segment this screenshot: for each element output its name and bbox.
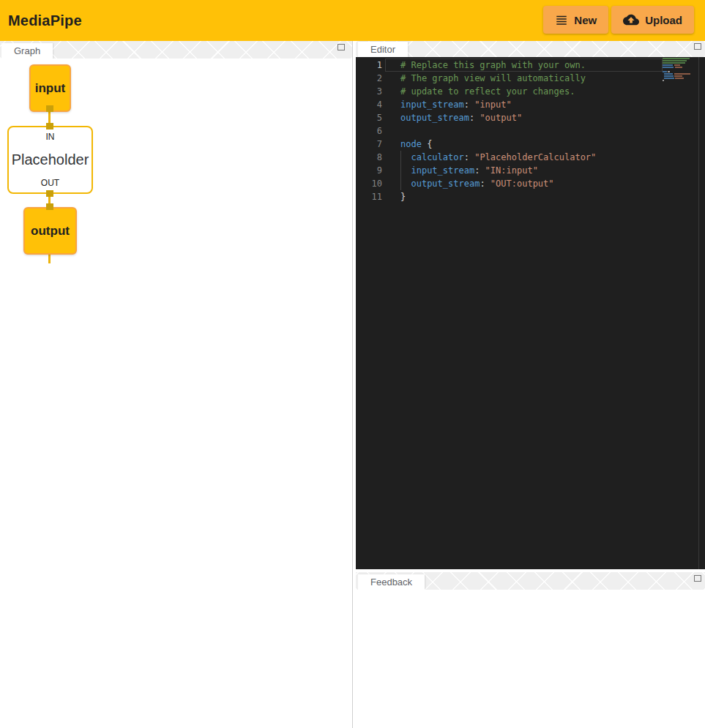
- code-line[interactable]: 4input_stream: "input": [356, 98, 705, 111]
- minimap-mark: [664, 78, 674, 79]
- code-line[interactable]: 5output_stream: "output": [356, 111, 705, 124]
- mediapipe-visualizer-app: MediaPipe New Upload Graph input: [0, 0, 705, 728]
- minimap-mark: [663, 80, 664, 81]
- minimap-mark: [674, 73, 690, 75]
- line-content: output_stream: "OUT:output": [400, 177, 554, 190]
- minimap-mark: [663, 71, 667, 72]
- line-number: 9: [356, 164, 382, 177]
- line-content: # update to reflect your changes.: [400, 85, 575, 98]
- code-line[interactable]: 2# The graph view will automatically: [356, 72, 705, 85]
- minimap-mark: [674, 75, 682, 77]
- port-placeholder-in[interactable]: [46, 123, 53, 130]
- editor-tabbar: Editor: [356, 41, 705, 57]
- code-line[interactable]: 11}: [356, 190, 705, 203]
- line-number: 4: [356, 98, 382, 111]
- line-number: 1: [356, 59, 382, 72]
- line-number: 8: [356, 151, 382, 164]
- output-node-label: output: [31, 224, 70, 239]
- line-content: input_stream: "IN:input": [400, 164, 538, 177]
- line-number: 2: [356, 72, 382, 85]
- graph-node-output[interactable]: output: [23, 207, 77, 255]
- code-line[interactable]: 6: [356, 124, 705, 138]
- minimap-mark: [674, 64, 680, 66]
- minimap-mark: [664, 75, 674, 77]
- code-editor[interactable]: 1# Replace this graph with your own.2# T…: [356, 57, 705, 569]
- app-title: MediaPipe: [8, 12, 82, 29]
- minimap-mark: [663, 64, 673, 66]
- tab-graph[interactable]: Graph: [1, 43, 53, 59]
- line-number: 7: [356, 138, 382, 151]
- code-line[interactable]: 9 input_stream: "IN:input": [356, 164, 705, 177]
- graph-tabbar: Graph: [0, 41, 352, 59]
- code-line[interactable]: 3# update to reflect your changes.: [356, 85, 705, 98]
- new-button-label: New: [574, 14, 597, 26]
- upload-button-label: Upload: [645, 14, 682, 26]
- minimap-mark: [664, 73, 673, 75]
- feedback-maximize-icon[interactable]: [694, 575, 701, 582]
- tab-feedback[interactable]: Feedback: [358, 574, 425, 590]
- line-content: calculator: "PlaceholderCalculator": [400, 151, 596, 164]
- minimap-mark: [675, 67, 682, 68]
- minimap-mark: [663, 62, 685, 64]
- line-content: }: [400, 190, 406, 203]
- line-content: node {: [400, 138, 432, 151]
- input-node-label: input: [35, 81, 66, 96]
- graph-maximize-icon[interactable]: [337, 44, 345, 50]
- graph-node-placeholder[interactable]: IN Placeholder OUT: [7, 126, 93, 194]
- editor-minimap[interactable]: [663, 58, 695, 138]
- code-line[interactable]: 7node {: [356, 138, 705, 151]
- port-output-in[interactable]: [46, 203, 53, 210]
- line-number: 6: [356, 124, 382, 138]
- header-buttons: New Upload: [543, 6, 694, 34]
- line-content: # The graph view will automatically: [400, 72, 586, 85]
- minimap-mark: [663, 60, 687, 61]
- line-number: 5: [356, 111, 382, 124]
- code-line[interactable]: 8 calculator: "PlaceholderCalculator": [356, 151, 705, 164]
- editor-scrollbar-divider: [698, 57, 699, 569]
- new-button[interactable]: New: [543, 6, 608, 34]
- feedback-tabbar: Feedback: [356, 572, 705, 590]
- tab-editor[interactable]: Editor: [358, 42, 408, 57]
- port-input-out[interactable]: [46, 105, 53, 112]
- minimap-mark: [675, 78, 684, 79]
- upload-button[interactable]: Upload: [611, 6, 694, 34]
- calculator-node-label: Placeholder: [12, 151, 89, 168]
- minimap-mark: [668, 71, 670, 72]
- code-line[interactable]: 1# Replace this graph with your own.: [356, 59, 705, 72]
- app-header: MediaPipe New Upload: [0, 0, 705, 41]
- port-placeholder-out[interactable]: [46, 190, 53, 197]
- line-content: output_stream: "output": [400, 111, 522, 124]
- line-content: # Replace this graph with your own.: [400, 59, 586, 72]
- feedback-content: [356, 590, 705, 728]
- code-lines: 1# Replace this graph with your own.2# T…: [356, 59, 705, 203]
- line-number: 10: [356, 177, 382, 190]
- menu-lines-icon: [555, 13, 568, 26]
- out-port-label: OUT: [41, 178, 59, 188]
- graph-canvas[interactable]: input IN Placeholder OUT output: [0, 59, 352, 728]
- editor-maximize-icon[interactable]: [694, 43, 701, 50]
- minimap-mark: [663, 58, 690, 59]
- minimap-mark: [663, 67, 674, 68]
- in-port-label: IN: [46, 132, 55, 142]
- code-line[interactable]: 10 output_stream: "OUT:output": [356, 177, 705, 190]
- line-number: 11: [356, 190, 382, 203]
- line-number: 3: [356, 85, 382, 98]
- line-content: input_stream: "input": [400, 98, 512, 111]
- cloud-upload-icon: [623, 12, 639, 28]
